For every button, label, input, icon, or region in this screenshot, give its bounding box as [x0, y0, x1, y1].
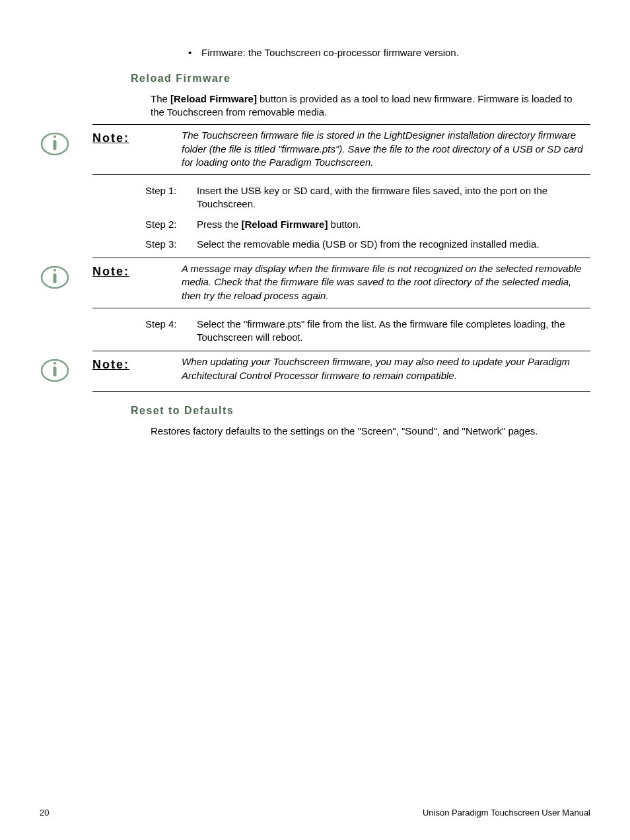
step-1: Step 1: Insert the USB key or SD card, w…: [145, 184, 584, 211]
note-block-1: Note: The Touchscreen firmware file is s…: [40, 124, 590, 175]
bullet-dot: •: [188, 46, 201, 59]
page-footer: 20 Unison Paradigm Touchscreen User Manu…: [40, 807, 590, 819]
info-icon: [40, 262, 70, 293]
step-1-text: Insert the USB key or SD card, with the …: [197, 184, 584, 211]
intro-paragraph: The [Reload Firmware] button is provided…: [151, 92, 584, 120]
step-2-text: Press the [Reload Firmware] button.: [197, 218, 584, 231]
svg-point-7: [53, 362, 56, 365]
step-2-label: Step 2:: [145, 218, 197, 231]
note-rule-bottom: [92, 308, 590, 308]
note-rule-bottom: [92, 174, 590, 175]
step-3: Step 3: Select the removable media (USB …: [145, 238, 584, 251]
reset-paragraph: Restores factory defaults to the setting…: [151, 425, 584, 438]
step-4-text: Select the "firmware.pts" file from the …: [197, 318, 584, 345]
info-icon: [40, 129, 70, 159]
step-2-post: button.: [328, 219, 361, 230]
firmware-bullet: •Firmware: the Touchscreen co-processor …: [188, 46, 590, 59]
step-3-label: Step 3:: [145, 238, 197, 251]
step-2-bold: [Reload Firmware]: [242, 219, 328, 230]
page-number: 20: [40, 807, 49, 819]
svg-rect-8: [53, 367, 57, 376]
bullet-text: Firmware: the Touchscreen co-processor f…: [201, 47, 459, 58]
note-label: Note:: [92, 262, 182, 279]
step-2: Step 2: Press the [Reload Firmware] butt…: [145, 218, 584, 231]
heading-reset-defaults: Reset to Defaults: [131, 403, 590, 418]
note-label: Note:: [92, 129, 182, 146]
note-rule-top: [92, 124, 590, 125]
note-label: Note:: [92, 355, 182, 372]
intro-bold: [Reload Firmware]: [170, 93, 257, 104]
footer-title: Unison Paradigm Touchscreen User Manual: [423, 807, 590, 819]
intro-pre: The: [151, 93, 170, 104]
note-block-3: Note: When updating your Touchscreen fir…: [40, 351, 590, 392]
svg-point-4: [53, 269, 56, 271]
note-block-2: Note: A message may display when the fir…: [40, 258, 590, 308]
svg-point-1: [53, 135, 56, 138]
info-icon: [40, 355, 70, 386]
step-3-text: Select the removable media (USB or SD) f…: [197, 238, 584, 251]
note-1-text: The Touchscreen firmware file is stored …: [182, 129, 590, 169]
svg-rect-5: [53, 273, 57, 283]
heading-reload-firmware: Reload Firmware: [131, 71, 590, 86]
note-rule-top: [92, 351, 590, 351]
note-rule-bottom: [92, 391, 590, 392]
note-2-text: A message may display when the firmware …: [182, 262, 590, 302]
step-4-label: Step 4:: [145, 318, 197, 345]
step-4: Step 4: Select the "firmware.pts" file f…: [145, 318, 584, 345]
svg-rect-2: [53, 140, 57, 150]
note-rule-top: [92, 258, 590, 258]
note-3-text: When updating your Touchscreen firmware,…: [182, 355, 590, 382]
step-1-label: Step 1:: [145, 184, 197, 211]
step-2-pre: Press the: [197, 219, 242, 230]
